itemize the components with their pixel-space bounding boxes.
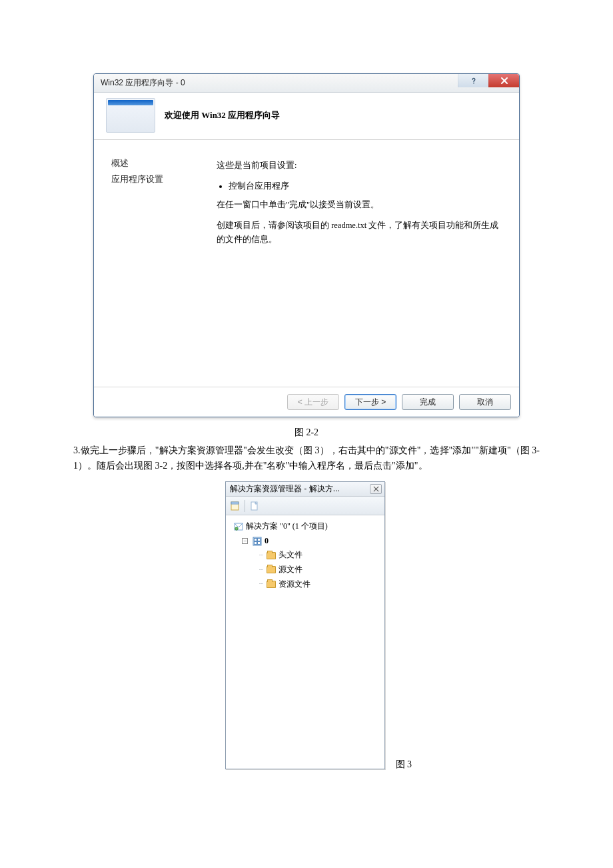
toolbar-show-all-button[interactable] <box>248 499 261 513</box>
content-line-1: 这些是当前项目设置: <box>217 159 500 173</box>
show-all-icon <box>249 501 260 511</box>
close-button[interactable] <box>488 74 519 87</box>
tree-connector: ┈ <box>259 549 263 561</box>
finish-button[interactable]: 完成 <box>402 394 454 410</box>
dialog-button-row: < 上一步 下一步 > 完成 取消 <box>94 387 519 417</box>
dialog-titlebar: Win32 应用程序向导 - 0 <box>94 74 519 93</box>
collapse-icon[interactable]: − <box>242 538 248 544</box>
figure-caption-3: 图 3 <box>396 759 412 771</box>
tree-solution-label: 解决方案 "0" (1 个项目) <box>246 519 328 534</box>
solution-tree: 解决方案 "0" (1 个项目) − 0 ┈ 头文件 ┈ <box>226 515 384 769</box>
tree-project-node[interactable]: − 0 <box>230 534 382 549</box>
prev-button: < 上一步 <box>287 394 339 410</box>
help-button[interactable] <box>458 74 488 87</box>
tree-connector: ┈ <box>259 564 263 576</box>
panel-titlebar: 解决方案资源管理器 - 解决方... <box>226 482 384 497</box>
toolbar-properties-button[interactable] <box>229 499 242 513</box>
help-icon <box>470 77 478 85</box>
sidebar-item-overview[interactable]: 概述 <box>111 156 203 172</box>
panel-toolbar <box>226 497 384 515</box>
svg-rect-8 <box>258 538 261 541</box>
next-button[interactable]: 下一步 > <box>344 394 396 410</box>
tree-sources-node[interactable]: ┈ 源文件 <box>230 563 382 577</box>
figure-caption-2-2: 图 2-2 <box>73 427 540 439</box>
content-line-3: 创建项目后，请参阅该项目的 readme.txt 文件，了解有关项目功能和所生成… <box>217 219 500 247</box>
wizard-content: 这些是当前项目设置: 控制台应用程序 在任一窗口中单击"完成"以接受当前设置。 … <box>214 140 519 387</box>
tree-sources-label: 源文件 <box>279 563 303 577</box>
tree-headers-label: 头文件 <box>279 548 303 563</box>
solution-explorer-panel: 解决方案资源管理器 - 解决方... 解决方 <box>225 481 385 769</box>
close-icon <box>373 486 379 492</box>
dialog-title: Win32 应用程序向导 - 0 <box>101 77 458 89</box>
sidebar-item-app-settings[interactable]: 应用程序设置 <box>111 172 203 188</box>
wizard-sidebar: 概述 应用程序设置 <box>94 140 214 387</box>
svg-rect-10 <box>258 541 261 544</box>
tree-project-label: 0 <box>265 534 269 549</box>
panel-close-button[interactable] <box>370 484 382 494</box>
tree-resources-label: 资源文件 <box>279 577 310 592</box>
content-line-2: 在任一窗口中单击"完成"以接受当前设置。 <box>217 198 500 212</box>
svg-rect-9 <box>255 541 257 544</box>
content-bullet-1: 控制台应用程序 <box>229 179 500 193</box>
solution-icon <box>234 522 243 531</box>
panel-title: 解决方案资源管理器 - 解决方... <box>230 483 370 495</box>
dialog-header: 欢迎使用 Win32 应用程序向导 <box>94 93 519 140</box>
folder-icon <box>267 552 276 559</box>
instruction-paragraph: 3.做完上一步骤后，"解决方案资源管理器"会发生改变（图 3），右击其中的"源文… <box>73 443 540 473</box>
tree-resources-node[interactable]: ┈ 资源文件 <box>230 577 382 592</box>
dialog-header-title: 欢迎使用 Win32 应用程序向导 <box>165 109 280 121</box>
folder-icon <box>267 581 276 588</box>
close-icon <box>500 77 508 85</box>
svg-point-5 <box>235 527 238 530</box>
win32-wizard-dialog: Win32 应用程序向导 - 0 欢迎使用 Win32 应用程序向导 概述 应用… <box>93 73 520 417</box>
project-icon <box>253 537 262 546</box>
tree-solution-node[interactable]: 解决方案 "0" (1 个项目) <box>230 519 382 534</box>
tree-connector: ┈ <box>259 578 263 590</box>
svg-rect-7 <box>255 538 257 541</box>
cancel-button[interactable]: 取消 <box>459 394 511 410</box>
wizard-thumbnail-icon <box>106 98 155 133</box>
tree-headers-node[interactable]: ┈ 头文件 <box>230 548 382 563</box>
svg-rect-2 <box>231 502 239 504</box>
folder-icon <box>267 566 276 573</box>
svg-point-0 <box>473 83 474 84</box>
toolbar-separator <box>245 500 245 512</box>
properties-icon <box>230 501 241 511</box>
